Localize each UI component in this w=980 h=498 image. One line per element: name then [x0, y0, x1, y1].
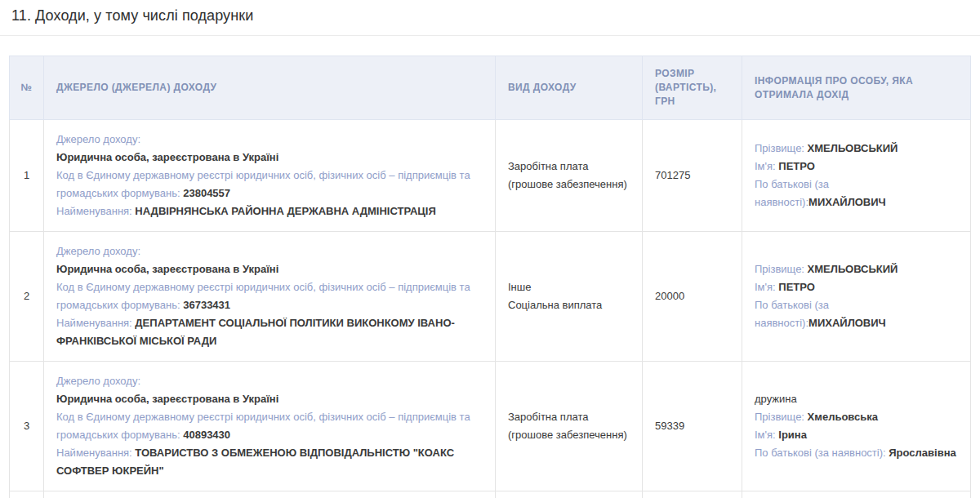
source-kind: Юридична особа, зареєстрована в Україні — [56, 260, 483, 278]
income-type-cell — [496, 491, 643, 498]
org-name-value: НАДВІРНЯНСЬКА РАЙОННА ДЕРЖАВНА АДМІНІСТР… — [135, 205, 435, 217]
amount-cell — [643, 491, 742, 498]
patronymic-line: По батькові (за наявності): Ярославівна — [755, 444, 958, 462]
firstname-value: ПЕТРО — [778, 281, 815, 293]
registry-code-line: Код в Єдиному державному реєстрі юридичн… — [56, 408, 483, 444]
person-cell: дружина Прізвище: Хмельовська Ім'я: Ірин… — [742, 362, 971, 491]
row-number: 3 — [10, 362, 44, 491]
lastname-label: Прізвище: — [755, 263, 804, 275]
income-source-cell — [44, 491, 496, 498]
registry-code-value: 23804557 — [183, 187, 230, 199]
table-row-partial — [10, 491, 971, 498]
income-type-cell: Заробітна плата (грошове забезпечення) — [496, 120, 643, 232]
amount-cell: 20000 — [643, 232, 742, 362]
firstname-label: Ім'я: — [755, 429, 776, 441]
lastname-line: Прізвище: ХМЕЛЬОВСЬКИЙ — [755, 260, 958, 278]
firstname-line: Ім'я: ПЕТРО — [755, 158, 958, 176]
table-row: 2 Джерело доходу: Юридична особа, зареєс… — [10, 232, 971, 362]
row-number: 2 — [10, 232, 44, 362]
declaration-page: { "page": { "section_title": "11. Доходи… — [0, 0, 980, 498]
firstname-label: Ім'я: — [755, 281, 776, 293]
income-table-header: № ДЖЕРЕЛО (ДЖЕРЕЛА) ДОХОДУ ВИД ДОХОДУ РО… — [10, 56, 971, 120]
patronymic-label: По батькові (за наявності): — [755, 447, 886, 459]
col-header-source: ДЖЕРЕЛО (ДЖЕРЕЛА) ДОХОДУ — [44, 56, 496, 120]
source-label: Джерело доходу: — [56, 242, 483, 260]
income-table: № ДЖЕРЕЛО (ДЖЕРЕЛА) ДОХОДУ ВИД ДОХОДУ РО… — [9, 56, 971, 498]
income-source-cell: Джерело доходу: Юридична особа, зареєстр… — [44, 120, 496, 232]
person-cell: Прізвище: ХМЕЛЬОВСЬКИЙ Ім'я: ПЕТРО По ба… — [742, 232, 971, 362]
lastname-label: Прізвище: — [755, 411, 804, 423]
firstname-label: Ім'я: — [755, 160, 776, 172]
patronymic-value: Ярославівна — [886, 447, 956, 459]
lastname-value: ХМЕЛЬОВСЬКИЙ — [808, 263, 898, 275]
income-type-cell: Інше Соціальна виплата — [496, 232, 643, 362]
firstname-line: Ім'я: ПЕТРО — [755, 278, 958, 296]
source-label: Джерело доходу: — [56, 131, 483, 149]
registry-code-line: Код в Єдиному державному реєстрі юридичн… — [56, 278, 483, 314]
firstname-value: ПЕТРО — [778, 160, 815, 172]
org-name-label: Найменування: — [56, 205, 132, 217]
lastname-value: ХМЕЛЬОВСЬКИЙ — [808, 142, 898, 154]
col-header-person: ІНФОРМАЦІЯ ПРО ОСОБУ, ЯКА ОТРИМАЛА ДОХІД — [742, 56, 971, 120]
col-header-amount: РОЗМІР (ВАРТІСТЬ), ГРН — [643, 56, 742, 120]
firstname-value: Ірина — [778, 429, 807, 441]
registry-code-label: Код в Єдиному державному реєстрі юридичн… — [56, 411, 470, 441]
patronymic-line: По батькові (за наявності):МИХАЙЛОВИЧ — [755, 296, 958, 332]
patronymic-value: МИХАЙЛОВИЧ — [808, 196, 886, 208]
source-kind: Юридична особа, зареєстрована в Україні — [56, 390, 483, 408]
person-cell: Прізвище: ХМЕЛЬОВСЬКИЙ Ім'я: ПЕТРО По ба… — [742, 120, 971, 232]
section-header: 11. Доходи, у тому числі подарунки — [0, 0, 980, 24]
income-type-cell: Заробітна плата (грошове забезпечення) — [496, 362, 643, 491]
org-name-label: Найменування: — [56, 317, 132, 329]
firstname-line: Ім'я: Ірина — [755, 426, 958, 444]
income-source-cell: Джерело доходу: Юридична особа, зареєстр… — [44, 362, 496, 491]
registry-code-value: 36733431 — [183, 299, 230, 311]
lastname-line: Прізвище: ХМЕЛЬОВСЬКИЙ — [755, 140, 958, 158]
col-header-num: № — [10, 56, 44, 120]
org-name-line: Найменування: ТОВАРИСТВО З ОБМЕЖЕНОЮ ВІД… — [56, 444, 483, 480]
section-content: № ДЖЕРЕЛО (ДЖЕРЕЛА) ДОХОДУ ВИД ДОХОДУ РО… — [0, 36, 980, 498]
col-header-income-type: ВИД ДОХОДУ — [496, 56, 643, 120]
org-name-line: Найменування: НАДВІРНЯНСЬКА РАЙОННА ДЕРЖ… — [56, 202, 483, 220]
page-title: 11. Доходи, у тому числі подарунки — [11, 7, 969, 24]
registry-code-line: Код в Єдиному державному реєстрі юридичн… — [56, 167, 483, 202]
row-number: 1 — [10, 120, 44, 232]
row-number — [10, 491, 44, 498]
org-name-label: Найменування: — [56, 447, 132, 459]
org-name-line: Найменування: ДЕПАРТАМЕНТ СОЦІАЛЬНОЇ ПОЛ… — [56, 314, 483, 350]
source-kind: Юридична особа, зареєстрована в Україні — [56, 149, 483, 167]
registry-code-label: Код в Єдиному державному реєстрі юридичн… — [56, 281, 470, 311]
person-cell — [742, 491, 971, 498]
lastname-value: Хмельовська — [808, 411, 878, 423]
table-row: 3 Джерело доходу: Юридична особа, зареєс… — [10, 362, 971, 491]
income-source-cell: Джерело доходу: Юридична особа, зареєстр… — [44, 232, 496, 362]
amount-cell: 59339 — [643, 362, 742, 491]
source-label: Джерело доходу: — [56, 372, 483, 390]
registry-code-label: Код в Єдиному державному реєстрі юридичн… — [56, 169, 470, 199]
relation-value: дружина — [755, 390, 958, 408]
registry-code-value: 40893430 — [183, 429, 230, 441]
patronymic-line: По батькові (за наявності):МИХАЙЛОВИЧ — [755, 176, 958, 211]
lastname-line: Прізвище: Хмельовська — [755, 408, 958, 426]
amount-cell: 701275 — [643, 120, 742, 232]
lastname-label: Прізвище: — [755, 142, 804, 154]
table-row: 1 Джерело доходу: Юридична особа, зареєс… — [10, 120, 971, 232]
patronymic-value: МИХАЙЛОВИЧ — [808, 317, 886, 329]
